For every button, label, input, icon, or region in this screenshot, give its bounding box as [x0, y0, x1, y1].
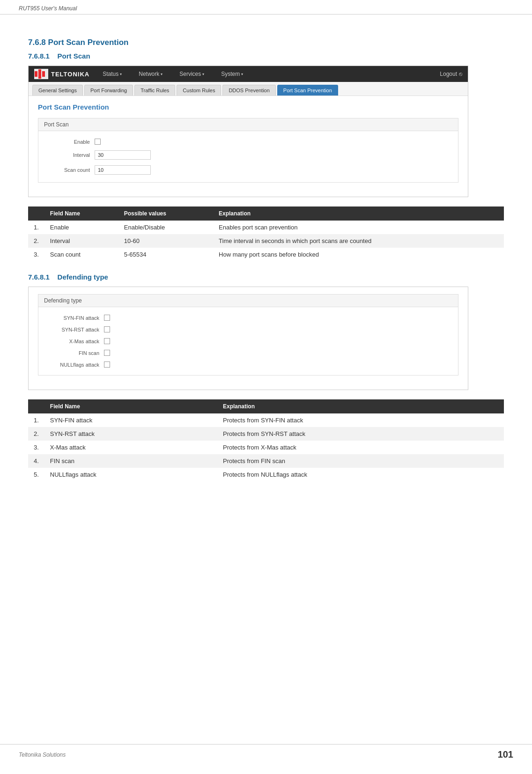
col-num-header: [28, 206, 44, 221]
fin-scan-label: FIN scan: [48, 350, 99, 356]
defending-type-ui: Defending type SYN-FIN attack SYN-RST at…: [28, 287, 468, 390]
syn-rst-row: SYN-RST attack: [48, 324, 449, 335]
router-navbar: TELTONIKA Status ▾ Network ▾ Services ▾ …: [29, 66, 468, 82]
explanation-cell: Protects from NULLflags attack: [217, 468, 504, 481]
syn-rst-label: SYN-RST attack: [48, 327, 99, 332]
field-name-cell: Scan count: [44, 248, 118, 261]
logout-icon: ⎋: [459, 71, 462, 77]
subsection-defending-title: 7.6.8.1 Defending type: [28, 273, 504, 281]
row-num: 5.: [28, 468, 44, 481]
subsection-port-scan-title: 7.6.8.1 Port Scan: [28, 52, 504, 60]
explanation-cell: Protects from X-Mas attack: [217, 441, 504, 454]
tab-general-settings[interactable]: General Settings: [32, 85, 83, 96]
field-name-cell: SYN-RST attack: [44, 427, 217, 441]
possible-values-cell: 5-65534: [118, 248, 213, 261]
table-row: 2. Interval 10-60 Time interval in secon…: [28, 234, 504, 248]
explanation-cell: Protects from SYN-RST attack: [217, 427, 504, 441]
field-name-cell: SYN-FIN attack: [44, 413, 217, 427]
page-footer: Teltonika Solutions 101: [0, 744, 532, 765]
syn-fin-label: SYN-FIN attack: [48, 315, 99, 321]
manual-title: RUT955 User's Manual: [19, 5, 77, 12]
port-scan-section-body: Enable Interval Scan count: [38, 131, 458, 182]
tab-port-forwarding[interactable]: Port Forwarding: [84, 85, 133, 96]
enable-checkbox[interactable]: [95, 139, 101, 145]
system-arrow-icon: ▾: [241, 72, 243, 76]
svg-rect-0: [35, 71, 37, 77]
section-title: 7.6.8 Port Scan Prevention: [28, 38, 504, 47]
nullflags-row: NULLflags attack: [48, 359, 449, 370]
fin-scan-checkbox[interactable]: [104, 350, 110, 356]
router-body: Port Scan Prevention Port Scan Enable In…: [29, 96, 468, 197]
svg-rect-2: [42, 71, 45, 77]
xmas-checkbox[interactable]: [104, 338, 110, 344]
syn-fin-checkbox[interactable]: [104, 315, 110, 321]
network-arrow-icon: ▾: [161, 72, 163, 76]
scan-count-label: Scan count: [48, 167, 90, 173]
nav-services[interactable]: Services ▾: [176, 69, 208, 79]
syn-fin-row: SYN-FIN attack: [48, 312, 449, 324]
main-content: 7.6.8 Port Scan Prevention 7.6.8.1 Port …: [0, 15, 532, 521]
enable-row: Enable: [48, 136, 449, 147]
def-col-explanation-header: Explanation: [217, 399, 504, 413]
field-name-cell: NULLflags attack: [44, 468, 217, 481]
xmas-label: X-Mas attack: [48, 339, 99, 344]
router-ui-screenshot: TELTONIKA Status ▾ Network ▾ Services ▾ …: [28, 66, 468, 197]
nullflags-checkbox[interactable]: [104, 361, 110, 368]
table-row: 3. X-Mas attack Protects from X-Mas atta…: [28, 441, 504, 454]
nav-network[interactable]: Network ▾: [135, 69, 166, 79]
port-scan-section-header: Port Scan: [38, 118, 458, 131]
row-num: 3.: [28, 441, 44, 454]
interval-input[interactable]: [95, 150, 151, 160]
svg-rect-1: [38, 69, 41, 79]
logo-text: TELTONIKA: [51, 71, 89, 78]
field-name-cell: FIN scan: [44, 454, 217, 468]
tab-custom-rules[interactable]: Custom Rules: [177, 85, 221, 96]
status-arrow-icon: ▾: [120, 72, 122, 76]
logout-button[interactable]: Logout ⎋: [440, 71, 462, 77]
table-row: 2. SYN-RST attack Protects from SYN-RST …: [28, 427, 504, 441]
field-name-cell: Interval: [44, 234, 118, 248]
router-page-title: Port Scan Prevention: [38, 103, 458, 111]
syn-rst-checkbox[interactable]: [104, 326, 110, 332]
table-row: 5. NULLflags attack Protects from NULLfl…: [28, 468, 504, 481]
explanation-cell: How many port scans before blocked: [213, 248, 504, 261]
router-logo: TELTONIKA: [34, 69, 89, 79]
footer-page-number: 101: [498, 749, 513, 760]
nav-status[interactable]: Status ▾: [99, 69, 126, 79]
defending-body: Defending type SYN-FIN attack SYN-RST at…: [29, 287, 468, 390]
table-row: 1. Enable Enable/Disable Enables port sc…: [28, 221, 504, 234]
def-col-num-header: [28, 399, 44, 413]
nullflags-label: NULLflags attack: [48, 362, 99, 368]
tab-ddos-prevention[interactable]: DDOS Prevention: [222, 85, 275, 96]
row-num: 2.: [28, 427, 44, 441]
field-name-cell: X-Mas attack: [44, 441, 217, 454]
fin-scan-row: FIN scan: [48, 347, 449, 359]
row-num: 2.: [28, 234, 44, 248]
defending-section-header: Defending type: [38, 295, 458, 307]
table-row: 1. SYN-FIN attack Protects from SYN-FIN …: [28, 413, 504, 427]
router-tabs: General Settings Port Forwarding Traffic…: [29, 82, 468, 96]
explanation-cell: Time interval in seconds in which port s…: [213, 234, 504, 248]
enable-label: Enable: [48, 139, 90, 145]
field-name-cell: Enable: [44, 221, 118, 234]
footer-company: Teltonika Solutions: [19, 752, 66, 758]
table-row: 3. Scan count 5-65534 How many port scan…: [28, 248, 504, 261]
table-row: 4. FIN scan Protects from FIN scan: [28, 454, 504, 468]
defending-section: Defending type SYN-FIN attack SYN-RST at…: [38, 294, 458, 376]
interval-row: Interval: [48, 147, 449, 162]
scan-count-input[interactable]: [95, 165, 151, 175]
nav-system[interactable]: System ▾: [217, 69, 247, 79]
tab-port-scan-prevention[interactable]: Port Scan Prevention: [277, 85, 338, 96]
tab-traffic-rules[interactable]: Traffic Rules: [134, 85, 175, 96]
row-num: 1.: [28, 413, 44, 427]
services-arrow-icon: ▾: [202, 72, 204, 76]
navbar-left: TELTONIKA Status ▾ Network ▾ Services ▾ …: [34, 69, 247, 79]
possible-values-cell: 10-60: [118, 234, 213, 248]
explanation-cell: Protects from SYN-FIN attack: [217, 413, 504, 427]
page-header: RUT955 User's Manual: [0, 0, 532, 15]
logo-icon: [34, 69, 48, 79]
defending-section-body: SYN-FIN attack SYN-RST attack X-Mas atta…: [38, 307, 458, 375]
col-possible-values-header: Possible values: [118, 206, 213, 221]
port-scan-section: Port Scan Enable Interval Scan count: [38, 118, 458, 183]
row-num: 4.: [28, 454, 44, 468]
